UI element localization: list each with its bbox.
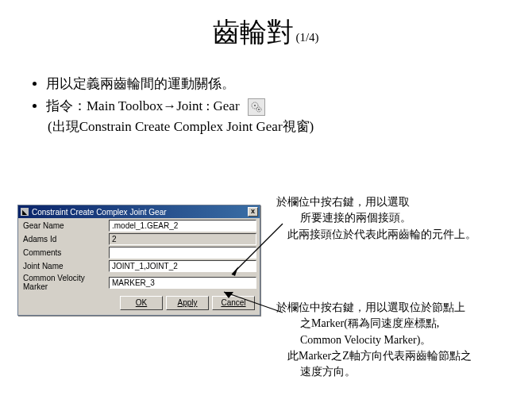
label-comments: Comments — [21, 248, 109, 257]
anno2-line5: 速度方向。 — [276, 364, 522, 380]
cancel-button[interactable]: Cancel — [212, 296, 255, 310]
ok-button[interactable]: OK — [120, 296, 163, 310]
anno1-line3: 此兩接頭位於代表此兩齒輪的元件上。 — [276, 227, 522, 243]
slide-title: 齒輪對(1/4) — [0, 14, 532, 51]
anno1-line2: 所要連接的兩個接頭。 — [276, 210, 522, 226]
anno2-line3: Common Velocity Marker)。 — [276, 332, 522, 348]
input-adams-id[interactable]: 2 — [109, 233, 256, 245]
svg-point-2 — [254, 105, 256, 106]
input-comments[interactable] — [109, 247, 256, 259]
bullet-2-paren: (出現Constrain Create Complex Joint Gear視窗… — [48, 117, 532, 136]
dialog-titlebar: ◣ Constraint Create Complex Joint Gear x — [18, 205, 260, 218]
apply-button[interactable]: Apply — [166, 296, 209, 310]
dialog-title-text: Constraint Create Complex Joint Gear — [32, 208, 248, 217]
label-joint-name: Joint Name — [21, 262, 109, 270]
anno1-line1: 於欄位中按右鍵，用以選取 — [276, 194, 522, 210]
anno2-line1: 於欄位中按右鍵，用以選取位於節點上 — [276, 300, 522, 316]
svg-point-3 — [258, 109, 260, 110]
gear-joint-icon[interactable] — [248, 98, 265, 116]
bullet-2-path: Main Toolbox→Joint : Gear — [87, 98, 240, 113]
bullet-list: 用以定義兩齒輪間的運動關係。 指令：Main Toolbox→Joint : G… — [30, 73, 532, 117]
window-app-icon: ◣ — [21, 208, 29, 216]
annotation-cvm: 於欄位中按右鍵，用以選取位於節點上 之Marker(稱為同速度座標點, Comm… — [276, 300, 522, 380]
input-joint-name[interactable]: JOINT_1,JOINT_2 — [109, 260, 256, 272]
dialog-window: ◣ Constraint Create Complex Joint Gear x… — [17, 205, 260, 316]
anno2-line2: 之Marker(稱為同速度座標點, — [276, 316, 522, 332]
input-cvm[interactable]: MARKER_3 — [109, 277, 256, 289]
annotation-joint: 於欄位中按右鍵，用以選取 所要連接的兩個接頭。 此兩接頭位於代表此兩齒輪的元件上… — [276, 194, 522, 243]
dialog-body: Gear Name .model_1.GEAR_2 Adams Id 2 Com… — [18, 218, 260, 315]
input-gear-name[interactable]: .model_1.GEAR_2 — [109, 220, 256, 232]
title-sub: (1/4) — [295, 31, 318, 44]
bullet-2-prefix: 指令： — [46, 98, 87, 113]
dialog-button-row: OK Apply Cancel — [21, 296, 256, 310]
close-icon[interactable]: x — [248, 207, 258, 217]
label-adams-id: Adams Id — [21, 235, 109, 244]
dialog-screenshot: ◣ Constraint Create Complex Joint Gear x… — [17, 205, 260, 316]
label-gear-name: Gear Name — [21, 221, 109, 230]
anno2-line4: 此Marker之Z軸方向代表兩齒輪節點之 — [276, 348, 522, 364]
bullet-2: 指令：Main Toolbox→Joint : Gear — [46, 95, 532, 117]
label-cvm: Common Velocity Marker — [21, 274, 109, 291]
bullet-1: 用以定義兩齒輪間的運動關係。 — [46, 73, 532, 95]
title-main: 齒輪對 — [213, 17, 294, 47]
